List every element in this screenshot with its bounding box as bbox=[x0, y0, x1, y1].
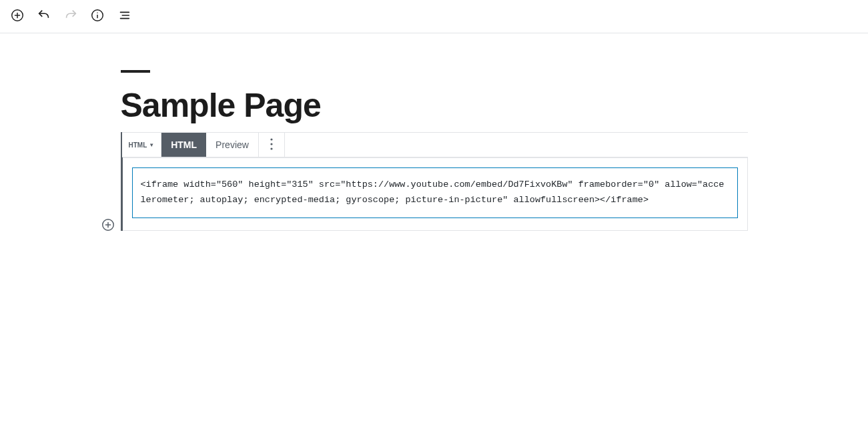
editor-top-toolbar bbox=[0, 0, 868, 33]
redo-button[interactable] bbox=[59, 5, 83, 29]
content-area: Sample Page HTML ▼ HTML Preview bbox=[114, 70, 755, 231]
tab-html[interactable]: HTML bbox=[161, 133, 206, 157]
html-code-textarea[interactable] bbox=[132, 167, 738, 218]
html-block: HTML ▼ HTML Preview bbox=[121, 132, 748, 231]
outline-icon bbox=[117, 8, 131, 25]
more-vertical-icon bbox=[270, 138, 273, 152]
title-divider bbox=[121, 70, 150, 73]
svg-point-10 bbox=[270, 143, 272, 145]
svg-point-11 bbox=[270, 147, 272, 149]
undo-button[interactable] bbox=[32, 5, 56, 29]
block-more-options-button[interactable] bbox=[259, 133, 284, 157]
chevron-down-icon: ▼ bbox=[149, 142, 154, 148]
redo-icon bbox=[63, 8, 78, 25]
info-icon bbox=[90, 8, 105, 25]
block-type-label: HTML bbox=[129, 141, 147, 149]
plus-circle-icon bbox=[10, 8, 25, 25]
svg-point-5 bbox=[97, 13, 97, 13]
undo-icon bbox=[37, 8, 51, 25]
page-title[interactable]: Sample Page bbox=[121, 87, 748, 124]
editor-canvas: Sample Page HTML ▼ HTML Preview bbox=[0, 33, 868, 231]
svg-point-9 bbox=[270, 138, 272, 140]
block-type-switcher[interactable]: HTML ▼ bbox=[122, 133, 161, 157]
content-info-button[interactable] bbox=[85, 5, 109, 29]
block-toolbar: HTML ▼ HTML Preview bbox=[122, 132, 748, 157]
add-block-button[interactable] bbox=[5, 5, 29, 29]
block-navigation-button[interactable] bbox=[112, 5, 136, 29]
html-block-body bbox=[123, 157, 748, 231]
tab-preview[interactable]: Preview bbox=[206, 133, 258, 157]
append-block-button[interactable] bbox=[99, 217, 117, 236]
plus-circle-icon bbox=[101, 218, 115, 235]
